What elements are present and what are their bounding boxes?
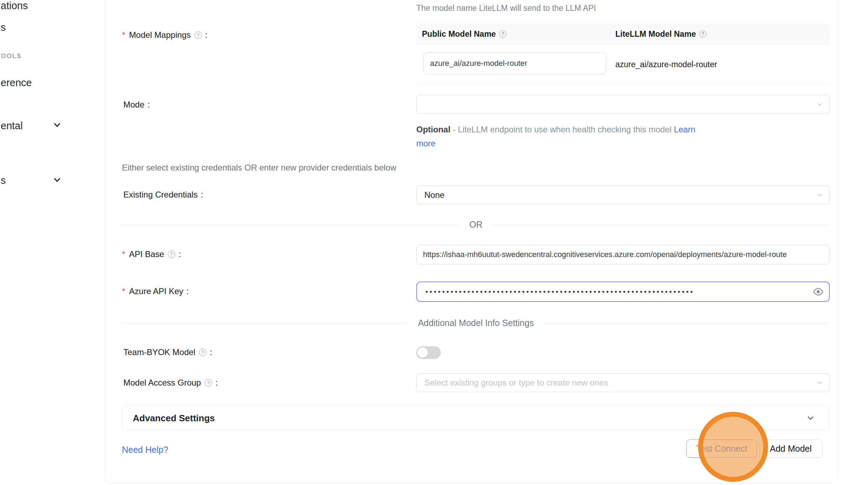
table-row: azure_ai/azure-model-router: [416, 45, 830, 84]
required-asterisk: *: [122, 286, 125, 296]
model-name-helper-text: The model name LiteLLM will send to the …: [416, 4, 596, 13]
toggle-password-visibility-button[interactable]: [812, 286, 824, 298]
model-mappings-label: * Model Mappings ? :: [122, 30, 207, 40]
selected-value: None: [424, 190, 444, 200]
chevron-down-icon: [806, 414, 815, 422]
select-placeholder: Select existing groups or type to create…: [424, 378, 608, 388]
learn-more-link[interactable]: more: [416, 139, 436, 148]
team-byok-label: Team-BYOK Model ? :: [123, 347, 212, 357]
or-divider: OR: [122, 220, 830, 230]
api-base-label: * API Base ? :: [122, 249, 181, 259]
help-question-icon[interactable]: ?: [194, 32, 202, 39]
learn-more-link[interactable]: Learn: [674, 125, 695, 134]
sidebar-item[interactable]: s: [1, 175, 6, 186]
sidebar-item-experimental[interactable]: ental: [1, 120, 23, 132]
public-model-name-input[interactable]: [423, 53, 606, 74]
chevron-down-icon[interactable]: [53, 176, 61, 184]
azure-api-key-input[interactable]: ••••••••••••••••••••••••••••••••••••••••…: [416, 282, 830, 302]
column-separator: [610, 30, 610, 39]
required-asterisk: *: [122, 30, 125, 40]
litellm-model-name-value: azure_ai/azure-model-router: [615, 45, 717, 84]
model-mappings-table: Public Model Name ? LiteLLM Model Name ?…: [416, 23, 830, 84]
help-question-icon[interactable]: ?: [168, 251, 175, 258]
mode-label: Mode :: [123, 100, 150, 110]
column-header-litellm-model-name: LiteLLM Model Name ?: [610, 29, 706, 39]
team-byok-toggle[interactable]: [416, 346, 441, 359]
help-question-icon[interactable]: ?: [205, 379, 212, 387]
table-header-row: Public Model Name ? LiteLLM Model Name ?: [416, 23, 830, 45]
help-question-icon[interactable]: ?: [199, 349, 206, 356]
existing-credentials-label: Existing Credentials :: [123, 190, 203, 200]
need-help-link[interactable]: Need Help?: [122, 445, 168, 455]
additional-settings-divider: Additional Model Info Settings: [122, 318, 830, 328]
column-header-public-model-name: Public Model Name ?: [416, 29, 610, 39]
chevron-down-icon: [816, 379, 823, 386]
model-access-group-select[interactable]: Select existing groups or type to create…: [416, 373, 830, 392]
toggle-knob: [417, 347, 428, 358]
sidebar-item-organizations[interactable]: ations: [1, 0, 28, 12]
add-model-page: ations s TOOLS erence ental s The model …: [0, 0, 868, 485]
chevron-down-icon: [816, 101, 823, 108]
api-base-input[interactable]: [416, 245, 830, 264]
click-highlight-circle: [698, 412, 768, 482]
sidebar-item-inference[interactable]: erence: [1, 77, 32, 89]
masked-password-value: ••••••••••••••••••••••••••••••••••••••••…: [425, 288, 695, 295]
help-question-icon[interactable]: ?: [699, 30, 706, 37]
model-access-group-label: Model Access Group ? :: [123, 378, 218, 388]
help-question-icon[interactable]: ?: [499, 30, 506, 37]
eye-icon: [813, 286, 823, 297]
sidebar-section-tools: TOOLS: [0, 53, 22, 60]
sidebar: ations s TOOLS erence ental s: [0, 0, 105, 485]
mode-select[interactable]: [416, 95, 830, 114]
mode-help-text: Optional - LiteLLM endpoint to use when …: [416, 123, 695, 151]
existing-credentials-select[interactable]: None: [416, 186, 830, 205]
sidebar-item[interactable]: s: [1, 22, 6, 33]
azure-api-key-label: * Azure API Key :: [122, 286, 189, 296]
chevron-down-icon: [816, 192, 823, 199]
chevron-down-icon[interactable]: [53, 121, 61, 129]
credentials-note: Either select existing credentials OR en…: [122, 163, 396, 173]
add-model-button[interactable]: Add Model: [759, 439, 822, 458]
required-asterisk: *: [122, 249, 125, 259]
